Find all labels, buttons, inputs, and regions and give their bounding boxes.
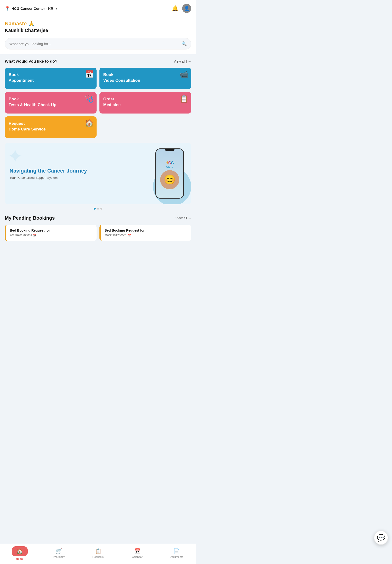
book-video-card[interactable]: 📹 Book Video Consultation (99, 68, 191, 89)
user-name: Kaushik Chatterjee (5, 28, 191, 33)
dot-2[interactable] (97, 208, 99, 210)
calendar-icon-2: 📅 (128, 234, 131, 237)
booking-ref-2: 20230901700001 📅 (104, 234, 187, 237)
hcg-logo: HCG (165, 161, 174, 165)
search-container: 🔍 (0, 38, 196, 54)
phone-screen: HCG CARE 😊 (156, 149, 183, 198)
app-header: 📍 HCG Cancer Center - KR ▾ 🔔 👤 (0, 0, 196, 17)
calendar-icon: 📅 (33, 234, 37, 237)
book-appointment-label: Book Appointment (9, 72, 93, 83)
actions-title: What would you like to do? (5, 59, 57, 64)
user-avatar[interactable]: 👤 (182, 4, 191, 13)
book-tests-label: Book Tests & Health Check Up (9, 96, 93, 108)
namaste-text: Namaste 🙏 (5, 21, 191, 27)
banner-text: Navigating the Cancer Journey Your Perso… (10, 167, 155, 179)
view-all-actions[interactable]: View all | → (174, 59, 191, 63)
banner-title: Navigating the Cancer Journey (10, 167, 155, 175)
greeting-section: Namaste 🙏 Kaushik Chatterjee (0, 17, 196, 38)
location-section[interactable]: 📍 HCG Cancer Center - KR ▾ (5, 6, 57, 11)
main-content: What would you like to do? View all | → … (0, 54, 196, 262)
home-care-row: 🏠 Request Home Care Service (5, 116, 191, 138)
notification-bell-icon[interactable]: 🔔 (172, 5, 178, 12)
pending-title: My Pending Bookings (5, 215, 55, 221)
chevron-down-icon[interactable]: ▾ (56, 6, 57, 10)
booking-card-1[interactable]: Bed Booking Request for 20230901700001 📅 (5, 225, 97, 241)
search-input[interactable] (9, 42, 179, 46)
header-actions: 🔔 👤 (172, 4, 191, 13)
location-label: HCG Cancer Center - KR (12, 6, 53, 11)
phone-notch (165, 149, 174, 151)
arrow-right-icon: → (188, 59, 191, 63)
pending-bookings-section: My Pending Bookings View all → Bed Booki… (5, 215, 191, 241)
book-video-label: Book Video Consultation (103, 72, 187, 83)
banner-subtitle: Your Personalized Support System (10, 176, 155, 179)
hcg-care-text: CARE (166, 166, 173, 168)
home-care-label: Request Home Care Service (9, 121, 93, 132)
dot-1[interactable] (94, 208, 96, 210)
pending-section-header: My Pending Bookings View all → (5, 215, 191, 221)
dot-3[interactable] (100, 208, 102, 210)
avatar-icon: 👤 (184, 6, 189, 11)
promo-banner: ✦ Navigating the Cancer Journey Your Per… (5, 143, 191, 204)
watermark-decorative: ✦ (7, 145, 23, 167)
banner-pagination-dots (5, 208, 191, 210)
order-medicine-card[interactable]: 📋 Order Medicine (99, 92, 191, 113)
actions-section-header: What would you like to do? View all | → (5, 59, 191, 64)
home-care-card[interactable]: 🏠 Request Home Care Service (5, 116, 97, 138)
book-appointment-card[interactable]: 📅 Book Appointment (5, 68, 97, 89)
order-medicine-label: Order Medicine (103, 96, 187, 108)
booking-cards-grid: Bed Booking Request for 20230901700001 📅… (5, 225, 191, 241)
phone-person-image: 😊 (160, 170, 179, 189)
action-cards-grid: 📅 Book Appointment 📹 Book Video Consulta… (5, 68, 191, 113)
booking-title-1: Bed Booking Request for (10, 228, 93, 232)
booking-ref-1: 20230901700001 📅 (10, 234, 93, 237)
phone-frame: HCG CARE 😊 (155, 148, 184, 199)
view-all-bookings[interactable]: View all → (175, 216, 191, 220)
location-pin-icon: 📍 (5, 6, 10, 11)
book-tests-card[interactable]: 🩺 Book Tests & Health Check Up (5, 92, 97, 113)
booking-title-2: Bed Booking Request for (104, 228, 187, 232)
banner-phone-mockup: HCG CARE 😊 (155, 148, 186, 199)
search-icon: 🔍 (182, 41, 187, 46)
search-bar[interactable]: 🔍 (5, 38, 191, 49)
booking-card-2[interactable]: Bed Booking Request for 20230901700001 📅 (99, 225, 191, 241)
